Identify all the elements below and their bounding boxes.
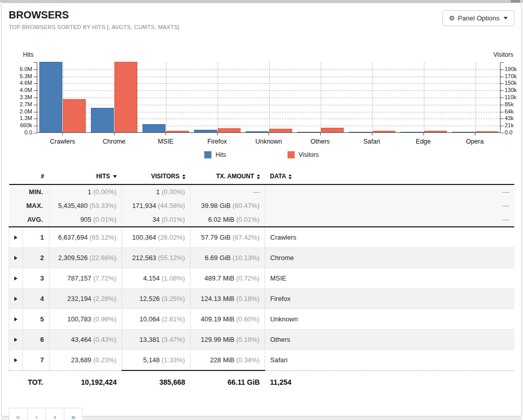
row-tx-cell: 489.7 MiB (0.72%) [191, 268, 265, 289]
left-axis-tick-label: 660k [9, 122, 32, 128]
x-axis-label-opera: Opera [449, 138, 501, 145]
next-page-button[interactable]: › [45, 408, 64, 420]
legend-item-visitors[interactable]: Visitors [288, 151, 319, 158]
row-visitors-cell: 100,364 (26.02%) [122, 227, 191, 248]
row-visitors-cell: 13,381 (3.47%) [122, 330, 191, 350]
visitors-legend-swatch [288, 151, 295, 158]
table-header-row: # HITS VISITORS TX. AMOUNT DATA [9, 169, 515, 184]
table-row[interactable]: 1 6,637,694 (65.12%) 100,364 (26.02%) 57… [9, 227, 515, 248]
expand-cell[interactable] [9, 248, 23, 268]
row-index-cell: 5 [23, 309, 50, 330]
summary-tx-cell: 6.02 MiB (0.01%) [191, 213, 265, 227]
expand-row-icon[interactable] [14, 317, 17, 321]
expand-cell[interactable] [9, 227, 23, 248]
sort-both-icon [182, 174, 185, 179]
visitors-bar-msie [166, 131, 189, 132]
sort-desc-icon [113, 175, 117, 178]
expand-row-icon[interactable] [14, 236, 17, 240]
row-index-cell: 6 [23, 330, 50, 350]
left-axis-tick-label: 6.0M [9, 66, 32, 72]
visitors-bar-crawlers [63, 99, 86, 132]
row-hits-cell: 100,783 (0.99%) [50, 309, 122, 330]
row-hits-cell: 43,464 (0.43%) [50, 330, 122, 350]
summary-hits-cell: 905 (0.01%) [50, 213, 122, 227]
previous-page-button: ‹ [27, 408, 46, 420]
hits-bar-msie [142, 124, 165, 132]
column-header-tx-amount[interactable]: TX. AMOUNT [191, 169, 265, 184]
table-row[interactable]: 4 232,194 (2.28%) 12,526 (3.25%) 124.13 … [9, 289, 515, 309]
x-axis-label-others: Others [294, 138, 346, 145]
right-axis-tick-label: 110k [505, 94, 523, 100]
row-browser-name-cell: Unknown [265, 309, 515, 330]
right-axis-tick-label: 170k [505, 73, 523, 79]
expand-cell[interactable] [9, 289, 23, 309]
expand-row-icon[interactable] [14, 297, 17, 301]
x-axis-label-safari: Safari [346, 138, 397, 145]
browsers-panel: BROWSERS TOP BROWSERS SORTED BY HITS [, … [1, 3, 522, 416]
row-hits-cell: 232,194 (2.28%) [50, 289, 122, 309]
left-axis-tick-label: 5.3M [9, 73, 32, 79]
expand-row-icon[interactable] [14, 276, 17, 281]
visitors-bar-unknown [269, 129, 292, 132]
table-row[interactable]: 2 2,309,526 (22.66%) 212,563 (55.12%) 6.… [9, 248, 515, 268]
left-axis-tick-label: 2.0M [9, 108, 32, 114]
left-axis-title: Hits [23, 51, 34, 58]
hits-bar-edge [400, 132, 423, 132]
x-axis-label-unknown: Unknown [243, 138, 295, 145]
hits-bar-firefox [194, 130, 217, 132]
hits-bar-chrome [91, 108, 114, 132]
column-header-data[interactable]: DATA [265, 169, 515, 184]
table-row[interactable]: 6 43,464 (0.43%) 13,381 (3.47%) 129.99 M… [9, 330, 515, 350]
row-visitors-cell: 12,526 (3.25%) [122, 289, 191, 309]
x-axis-label-edge: Edge [397, 138, 449, 145]
row-tx-cell: 6.69 GiB (10.13%) [191, 248, 265, 268]
row-browser-name-cell: Others [265, 330, 515, 350]
x-axis-label-chrome: Chrome [88, 138, 140, 145]
left-axis-tick-label: 4.0M [9, 87, 32, 93]
row-browser-name-cell: Crawlers [265, 227, 515, 248]
row-index-cell: 4 [23, 289, 50, 309]
expand-cell[interactable] [9, 350, 23, 371]
right-axis-tick-label: 64k [505, 108, 523, 114]
last-page-button[interactable]: » [64, 408, 83, 420]
summary-hits-cell: 1 (0.00%) [50, 184, 122, 199]
browsers-table: # HITS VISITORS TX. AMOUNT DATA MIN. 1 (… [9, 169, 514, 391]
column-header-hits[interactable]: HITS [50, 169, 122, 184]
row-index-cell: 7 [23, 350, 50, 371]
row-index-cell: 3 [23, 268, 50, 289]
hits-bar-opera [452, 132, 475, 132]
chart-legend: Hits Visitors [9, 151, 514, 158]
row-visitors-cell: 10,064 (2.61%) [122, 309, 191, 330]
expand-row-icon[interactable] [14, 358, 17, 362]
hits-legend-label: Hits [216, 151, 226, 158]
summary-visitors-cell: 1 (0.00%) [122, 184, 191, 199]
table-row[interactable]: 5 100,783 (0.99%) 10,064 (2.61%) 409.19 … [9, 309, 515, 330]
left-axis-tick-label: 3.3M [9, 94, 32, 100]
legend-item-hits[interactable]: Hits [204, 151, 226, 158]
column-header-index[interactable]: # [23, 169, 50, 184]
summary-visitors-cell: 34 (0.01%) [122, 213, 191, 227]
total-label: TOT. [9, 370, 50, 391]
row-tx-cell: 57.79 GiB (87.42%) [191, 227, 265, 248]
summary-row: MIN. 1 (0.00%) 1 (0.00%) — — [9, 184, 515, 199]
expand-cell[interactable] [9, 309, 23, 330]
row-hits-cell: 787,157 (7.72%) [50, 268, 122, 289]
x-axis-label-msie: MSIE [140, 138, 192, 145]
expand-cell[interactable] [9, 330, 23, 350]
visitors-bar-opera [476, 131, 498, 132]
row-hits-cell: 23,689 (0.23%) [50, 350, 122, 371]
column-header-visitors[interactable]: VISITORS [122, 169, 191, 184]
right-axis-tick-label: 130k [505, 87, 523, 93]
left-axis-tick-label: 2.7M [9, 101, 32, 107]
summary-data-cell: — [265, 199, 515, 213]
table-row[interactable]: 7 23,689 (0.23%) 5,148 (1.33%) 228 MiB (… [9, 350, 515, 371]
expand-row-icon[interactable] [14, 256, 17, 260]
panel-options-button[interactable]: ⚙ Panel Options [442, 10, 514, 26]
right-axis-tick-label: 190k [505, 66, 523, 72]
visitors-legend-label: Visitors [299, 151, 319, 158]
table-row[interactable]: 3 787,157 (7.72%) 4,154 (1.08%) 489.7 Mi… [9, 268, 515, 289]
expand-cell[interactable] [9, 268, 23, 289]
summary-row: MAX. 5,435,480 (53.33%) 171,934 (44.58%)… [9, 199, 515, 213]
expand-row-icon[interactable] [14, 338, 17, 342]
total-row: TOT. 10,192,424 385,668 66.11 GiB 11,254 [9, 370, 515, 391]
